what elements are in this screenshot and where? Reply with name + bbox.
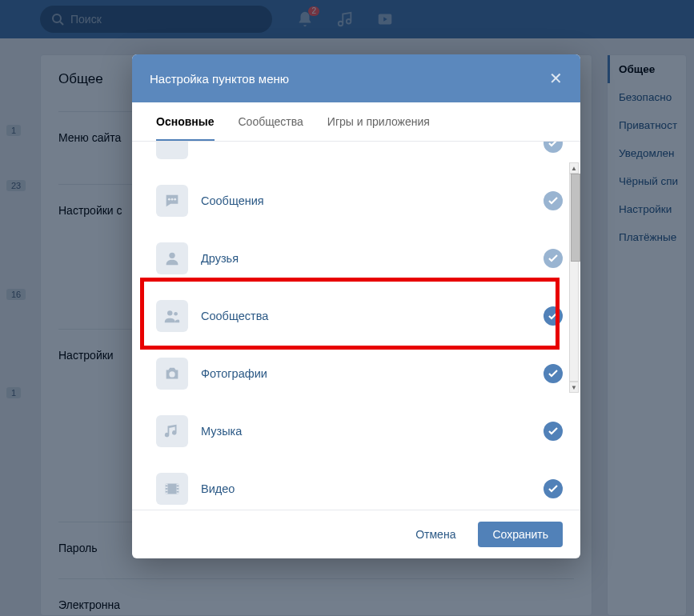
film-icon [156,473,188,505]
save-button[interactable]: Сохранить [478,522,563,547]
generic-icon [156,142,188,159]
menu-settings-modal: Настройка пунктов меню ✕ Основные Сообще… [132,54,580,558]
menu-label: Фотографии [201,367,531,380]
tab-groups[interactable]: Сообщества [239,102,303,141]
chat-icon [156,185,188,217]
menu-row-photos: Фотографии [156,345,563,402]
tab-apps[interactable]: Игры и приложения [327,102,430,141]
cancel-button[interactable]: Отмена [401,522,470,547]
menu-row-video: Видео [156,460,563,510]
menu-label: Сообщения [201,194,531,207]
toggle-check[interactable] [544,191,563,210]
svg-rect-17 [177,488,179,490]
modal-title: Настройка пунктов меню [150,72,289,86]
menu-row-partial [156,142,563,172]
modal-header: Настройка пунктов меню ✕ [132,54,580,102]
people-icon [156,300,188,332]
svg-point-8 [174,312,178,316]
menu-label: Видео [201,482,531,495]
svg-point-3 [168,198,170,201]
modal-body: Сообщения Друзья Сообщества [132,142,580,510]
toggle-check[interactable] [544,306,563,326]
scroll-down-icon[interactable]: ▼ [569,382,579,393]
menu-row-messages: Сообщения [156,172,563,230]
menu-label: Друзья [201,252,531,265]
tab-main[interactable]: Основные [156,102,215,141]
svg-rect-14 [166,488,168,490]
toggle-check[interactable] [544,422,563,441]
music-note-icon [156,415,188,447]
svg-point-9 [169,371,175,377]
menu-label: Сообщества [201,310,531,322]
menu-row-friends: Друзья [156,230,563,287]
svg-rect-13 [166,485,168,486]
camera-icon [156,358,188,390]
close-icon[interactable]: ✕ [549,69,563,88]
toggle-check[interactable] [544,479,563,498]
svg-rect-16 [177,485,179,486]
person-icon [156,242,188,274]
menu-row-communities: Сообщества [156,287,563,345]
svg-rect-18 [177,491,179,493]
scrollbar-thumb[interactable] [571,174,580,262]
svg-point-4 [171,198,174,201]
toggle-check[interactable] [544,364,563,383]
menu-row-music: Музыка [156,402,563,460]
menu-label: Музыка [201,425,531,438]
svg-rect-15 [166,491,168,493]
modal-tabs: Основные Сообщества Игры и приложения [132,102,580,142]
svg-point-5 [174,198,176,201]
toggle-check[interactable] [544,142,563,153]
toggle-check[interactable] [544,249,563,268]
modal-footer: Отмена Сохранить [132,510,580,558]
scroll-up-icon[interactable]: ▲ [569,162,579,174]
svg-point-7 [167,310,172,315]
svg-point-6 [169,253,175,258]
